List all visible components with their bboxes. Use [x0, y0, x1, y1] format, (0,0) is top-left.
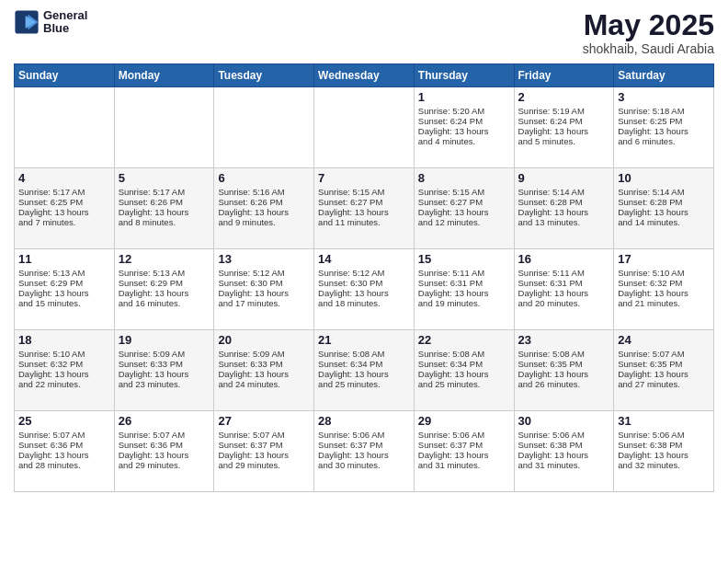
cell-content: and 5 minutes.: [518, 136, 610, 146]
logo-line2: Blue: [43, 22, 87, 35]
cell-content: and 18 minutes.: [318, 298, 410, 308]
cell-content: Daylight: 13 hours: [218, 288, 310, 298]
cell-content: Daylight: 13 hours: [119, 450, 210, 460]
cell-content: Sunset: 6:30 PM: [218, 278, 310, 288]
day-number: 12: [119, 252, 210, 266]
cell-content: and 9 minutes.: [218, 217, 310, 227]
cell-content: Daylight: 13 hours: [119, 369, 210, 379]
cell-content: Sunrise: 5:10 AM: [618, 268, 710, 278]
calendar-cell: [214, 87, 314, 168]
day-number: 21: [318, 333, 410, 347]
calendar-cell: 10Sunrise: 5:14 AMSunset: 6:28 PMDayligh…: [614, 168, 714, 249]
cell-content: Sunrise: 5:19 AM: [518, 106, 610, 116]
cell-content: Sunrise: 5:06 AM: [518, 430, 610, 440]
weekday-header: Sunday: [15, 64, 115, 87]
day-number: 28: [318, 414, 410, 428]
main-title: May 2025: [583, 9, 714, 41]
day-number: 13: [218, 252, 310, 266]
calendar-cell: [314, 87, 415, 168]
cell-content: and 28 minutes.: [18, 460, 110, 470]
cell-content: Daylight: 13 hours: [618, 126, 710, 136]
calendar-cell: [114, 87, 214, 168]
calendar-header: SundayMondayTuesdayWednesdayThursdayFrid…: [15, 64, 714, 87]
calendar-cell: 9Sunrise: 5:14 AMSunset: 6:28 PMDaylight…: [514, 168, 614, 249]
logo-line1: General: [43, 9, 87, 22]
calendar-week: 11Sunrise: 5:13 AMSunset: 6:29 PMDayligh…: [15, 249, 714, 330]
cell-content: and 11 minutes.: [318, 217, 410, 227]
cell-content: Sunrise: 5:09 AM: [119, 349, 210, 359]
calendar-cell: 8Sunrise: 5:15 AMSunset: 6:27 PMDaylight…: [414, 168, 514, 249]
cell-content: Sunset: 6:28 PM: [618, 197, 710, 207]
cell-content: and 17 minutes.: [218, 298, 310, 308]
calendar-cell: 12Sunrise: 5:13 AMSunset: 6:29 PMDayligh…: [114, 249, 214, 330]
cell-content: Sunset: 6:27 PM: [318, 197, 410, 207]
cell-content: Daylight: 13 hours: [418, 207, 510, 217]
calendar-cell: 3Sunrise: 5:18 AMSunset: 6:25 PMDaylight…: [614, 87, 714, 168]
day-number: 20: [218, 333, 310, 347]
cell-content: and 13 minutes.: [518, 217, 610, 227]
cell-content: Daylight: 13 hours: [418, 126, 510, 136]
calendar-cell: 1Sunrise: 5:20 AMSunset: 6:24 PMDaylight…: [414, 87, 514, 168]
cell-content: and 19 minutes.: [418, 298, 510, 308]
cell-content: Sunset: 6:37 PM: [218, 440, 310, 450]
cell-content: Sunrise: 5:09 AM: [218, 349, 310, 359]
calendar-cell: 15Sunrise: 5:11 AMSunset: 6:31 PMDayligh…: [414, 249, 514, 330]
cell-content: Sunrise: 5:15 AM: [318, 187, 410, 197]
cell-content: Daylight: 13 hours: [618, 288, 710, 298]
cell-content: Daylight: 13 hours: [18, 288, 110, 298]
cell-content: Daylight: 13 hours: [518, 288, 610, 298]
cell-content: Sunset: 6:38 PM: [518, 440, 610, 450]
weekday-header: Friday: [514, 64, 614, 87]
weekday-header: Saturday: [614, 64, 714, 87]
cell-content: Sunset: 6:32 PM: [618, 278, 710, 288]
cell-content: and 15 minutes.: [18, 298, 110, 308]
cell-content: Daylight: 13 hours: [318, 369, 410, 379]
cell-content: Sunrise: 5:16 AM: [218, 187, 310, 197]
cell-content: Sunset: 6:37 PM: [418, 440, 510, 450]
cell-content: Sunrise: 5:13 AM: [119, 268, 210, 278]
cell-content: Daylight: 13 hours: [518, 207, 610, 217]
calendar-cell: 17Sunrise: 5:10 AMSunset: 6:32 PMDayligh…: [614, 249, 714, 330]
title-block: May 2025 shokhaib, Saudi Arabia: [583, 9, 714, 56]
cell-content: Sunset: 6:34 PM: [418, 359, 510, 369]
cell-content: Sunrise: 5:06 AM: [418, 430, 510, 440]
cell-content: and 31 minutes.: [418, 460, 510, 470]
cell-content: Sunset: 6:37 PM: [318, 440, 410, 450]
calendar-week: 25Sunrise: 5:07 AMSunset: 6:36 PMDayligh…: [15, 411, 714, 492]
cell-content: Sunset: 6:24 PM: [518, 116, 610, 126]
day-number: 30: [518, 414, 610, 428]
day-number: 22: [418, 333, 510, 347]
cell-content: Sunset: 6:35 PM: [618, 359, 710, 369]
cell-content: Sunset: 6:31 PM: [418, 278, 510, 288]
calendar-cell: 2Sunrise: 5:19 AMSunset: 6:24 PMDaylight…: [514, 87, 614, 168]
cell-content: and 8 minutes.: [119, 217, 210, 227]
cell-content: and 14 minutes.: [618, 217, 710, 227]
calendar-week: 4Sunrise: 5:17 AMSunset: 6:25 PMDaylight…: [15, 168, 714, 249]
cell-content: Sunrise: 5:11 AM: [518, 268, 610, 278]
cell-content: Sunrise: 5:15 AM: [418, 187, 510, 197]
calendar-cell: 24Sunrise: 5:07 AMSunset: 6:35 PMDayligh…: [614, 330, 714, 411]
calendar-cell: 28Sunrise: 5:06 AMSunset: 6:37 PMDayligh…: [314, 411, 415, 492]
cell-content: Sunrise: 5:14 AM: [618, 187, 710, 197]
cell-content: Daylight: 13 hours: [18, 450, 110, 460]
cell-content: and 25 minutes.: [318, 379, 410, 389]
day-number: 11: [18, 252, 110, 266]
calendar-week: 18Sunrise: 5:10 AMSunset: 6:32 PMDayligh…: [15, 330, 714, 411]
cell-content: Daylight: 13 hours: [318, 450, 410, 460]
cell-content: Sunrise: 5:08 AM: [318, 349, 410, 359]
cell-content: Sunset: 6:35 PM: [518, 359, 610, 369]
day-number: 5: [119, 171, 210, 185]
cell-content: Sunrise: 5:18 AM: [618, 106, 710, 116]
cell-content: Sunrise: 5:06 AM: [318, 430, 410, 440]
calendar-cell: 7Sunrise: 5:15 AMSunset: 6:27 PMDaylight…: [314, 168, 415, 249]
subtitle: shokhaib, Saudi Arabia: [583, 41, 714, 56]
cell-content: and 29 minutes.: [119, 460, 210, 470]
day-number: 26: [119, 414, 210, 428]
day-number: 29: [418, 414, 510, 428]
calendar-cell: 11Sunrise: 5:13 AMSunset: 6:29 PMDayligh…: [15, 249, 115, 330]
cell-content: Sunset: 6:25 PM: [18, 197, 110, 207]
cell-content: and 7 minutes.: [18, 217, 110, 227]
day-number: 18: [18, 333, 110, 347]
cell-content: Sunrise: 5:13 AM: [18, 268, 110, 278]
cell-content: Daylight: 13 hours: [518, 450, 610, 460]
